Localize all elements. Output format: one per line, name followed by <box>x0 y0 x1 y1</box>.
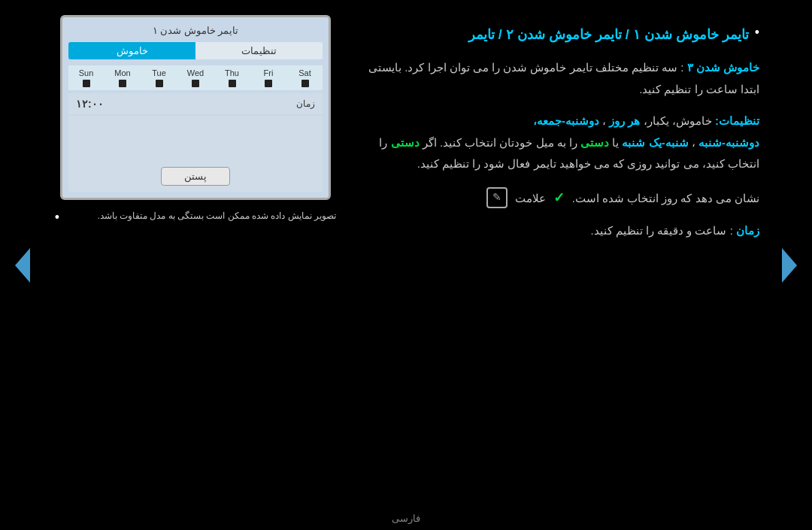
day-label: Sun <box>79 68 94 77</box>
block2-option-everyday: هر روز <box>609 114 640 127</box>
block2-or: یا <box>609 136 619 149</box>
day-label: Wed <box>187 68 204 77</box>
device-tabs: تنظیمات خاموش <box>68 42 323 59</box>
language-label: فارسی <box>392 513 420 524</box>
day-item-tue[interactable]: Tue <box>146 68 172 87</box>
checkmark-text-main: نشان می دهد که روز انتخاب شده است. <box>572 188 759 208</box>
time-label: زمان <box>296 98 315 109</box>
days-row: SatFriThuWedTueMonSun <box>68 65 323 90</box>
device-note: تصویر نمایش داده شده ممکن است بستگی به م… <box>65 207 336 224</box>
day-item-sun[interactable]: Sun <box>73 68 99 87</box>
zaman-text: ساعت و دقیقه را تنظیم کنید. <box>590 224 726 237</box>
left-panel: تایمر خاموش شدن ۱ تنظیمات خاموش SatFriTh… <box>53 15 338 492</box>
day-dot <box>156 80 163 87</box>
main-title: تایمر خاموش شدن ۱ / تایمر خاموش شدن ۲ / … <box>468 23 749 47</box>
block2-text-cont: را به میل خودتان انتخاب کنید. اگر <box>420 136 577 149</box>
time-row: زمان ۱۲:۰۰ <box>68 93 323 114</box>
block2-sep1: ، <box>599 114 606 127</box>
day-dot <box>229 80 236 87</box>
day-label: Mon <box>114 68 130 77</box>
device-frame: تایمر خاموش شدن ۱ تنظیمات خاموش SatFriTh… <box>60 15 331 200</box>
day-dot <box>83 80 90 87</box>
day-dot <box>301 80 309 87</box>
post-button[interactable]: پستن <box>161 167 230 186</box>
zaman-colon: : <box>726 224 732 237</box>
section-block-2: تنظیمات: خاموش، یکبار، هر روز ، دوشنبه-ج… <box>353 111 759 175</box>
right-panel: • تایمر خاموش شدن ۱ / تایمر خاموش شدن ۲ … <box>353 15 759 492</box>
block2-sep2: ، <box>689 136 695 149</box>
block2-option-monfri: دوشنبه-جمعه، <box>533 114 599 127</box>
section-block-1: خاموش شدن ۳ : سه تنظیم مختلف تایمر خاموش… <box>353 57 759 100</box>
block2-option-monsat: دوشنبه-شنبه <box>698 136 759 149</box>
day-label: Sat <box>298 68 311 77</box>
content-area: تایمر خاموش شدن ۱ تنظیمات خاموش SatFriTh… <box>45 0 767 507</box>
device-note-row: • تصویر نمایش داده شده ممکن است بستگی به… <box>55 207 336 228</box>
device-title: تایمر خاموش شدن ۱ <box>68 23 323 38</box>
block1-intro: خاموش شدن ۳ <box>687 61 759 74</box>
block2-option-satsun: شنبه-یک شنبه <box>622 136 688 149</box>
post-button-row: پستن <box>68 161 323 192</box>
sign-label: علامت <box>515 188 546 208</box>
day-item-fri[interactable]: Fri <box>256 68 282 87</box>
checkmark-row: نشان می دهد که روز انتخاب شده است. ✓ علا… <box>353 186 759 210</box>
day-label: Tue <box>152 68 166 77</box>
day-label: Fri <box>264 68 274 77</box>
green-checkmark: ✓ <box>553 186 565 210</box>
pen-icon: ✎ <box>486 187 508 208</box>
zaman-row: زمان : ساعت و دقیقه را تنظیم کنید. <box>353 220 759 241</box>
tab-settings[interactable]: تنظیمات <box>195 42 323 59</box>
zaman-label: زمان <box>736 224 759 237</box>
day-dot <box>265 80 272 87</box>
block2-manual2: دستی <box>391 136 420 149</box>
day-label: Thu <box>225 68 239 77</box>
day-item-sat[interactable]: Sat <box>292 68 318 87</box>
day-dot <box>192 80 199 87</box>
day-dot <box>119 80 126 87</box>
day-item-thu[interactable]: Thu <box>219 68 245 87</box>
tab-off[interactable]: خاموش <box>68 42 195 59</box>
time-value: ۱۲:۰۰ <box>76 98 104 110</box>
title-bullet: • <box>755 23 759 43</box>
main-title-row: • تایمر خاموش شدن ۱ / تایمر خاموش شدن ۲ … <box>353 23 759 57</box>
empty-area <box>68 116 323 161</box>
next-arrow-button[interactable] <box>774 243 804 288</box>
note-bullet: • <box>55 207 59 228</box>
block2-option-manual: دستی <box>580 136 609 149</box>
day-item-wed[interactable]: Wed <box>183 68 209 87</box>
block2-option-off: خاموش، یکبار، <box>640 114 711 127</box>
prev-arrow-button[interactable] <box>8 243 38 288</box>
day-item-mon[interactable]: Mon <box>110 68 136 87</box>
svg-marker-1 <box>782 248 797 283</box>
svg-marker-0 <box>15 248 30 283</box>
block2-label: تنظیمات: <box>712 114 759 127</box>
